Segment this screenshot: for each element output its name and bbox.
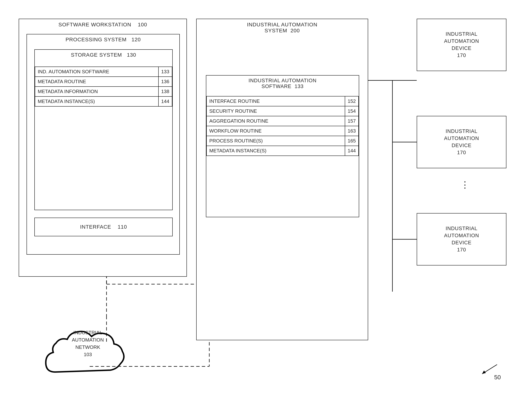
table-row: SECURITY ROUTINE154 [207, 106, 359, 116]
ias-software-box: INDUSTRIAL AUTOMATIONSOFTWARE 133 INTERF… [206, 75, 359, 217]
interface-label: INTERFACE 110 [79, 223, 128, 231]
network-cloud: INDUSTRIALAUTOMATIONNETWORK103 [41, 318, 134, 389]
software-workstation-box: SOFTWARE WORKSTATION 100 PROCESSING SYST… [19, 19, 187, 277]
device-box-1: INDUSTRIALAUTOMATIONDEVICE170 [417, 19, 507, 71]
ias-rows-table: INTERFACE ROUTINE152SECURITY ROUTINE154A… [206, 96, 359, 156]
storage-system-label: STORAGE SYSTEM 130 [35, 50, 172, 59]
ias-box: INDUSTRIAL AUTOMATIONSYSTEM 200 INDUSTRI… [196, 19, 368, 340]
table-row: METADATA INSTANCE(S)144 [35, 96, 172, 106]
device-box-2: INDUSTRIALAUTOMATIONDEVICE170 [417, 116, 507, 168]
device-label-3: INDUSTRIALAUTOMATIONDEVICE170 [443, 224, 480, 254]
processing-system-box: PROCESSING SYSTEM 120 STORAGE SYSTEM 130… [26, 34, 180, 255]
table-row: PROCESS ROUTINE(S)165 [207, 136, 359, 146]
interface-box: INTERFACE 110 [34, 218, 173, 236]
device-box-3: INDUSTRIALAUTOMATIONDEVICE170 [417, 213, 507, 265]
device-label-1: INDUSTRIALAUTOMATIONDEVICE170 [443, 30, 480, 60]
ias-label: INDUSTRIAL AUTOMATIONSYSTEM 200 [196, 19, 368, 35]
ellipsis-dots: ⋮ [456, 180, 475, 190]
table-row: AGGREGATION ROUTINE157 [207, 116, 359, 126]
storage-system-box: STORAGE SYSTEM 130 IND. AUTOMATION SOFTW… [34, 49, 173, 210]
table-row: METADATA INSTANCE(S)144 [207, 146, 359, 156]
network-label: INDUSTRIALAUTOMATIONNETWORK103 [41, 329, 134, 358]
table-row: INTERFACE ROUTINE152 [207, 96, 359, 106]
software-workstation-label: SOFTWARE WORKSTATION 100 [19, 20, 186, 29]
storage-rows-table: IND. AUTOMATION SOFTWARE133METADATA ROUT… [35, 67, 172, 107]
table-row: IND. AUTOMATION SOFTWARE133 [35, 67, 172, 77]
table-row: WORKFLOW ROUTINE163 [207, 126, 359, 136]
table-row: METADATA ROUTINE136 [35, 77, 172, 87]
ias-software-label: INDUSTRIAL AUTOMATIONSOFTWARE 133 [206, 76, 359, 90]
figure-number: 50 [478, 363, 501, 379]
device-label-2: INDUSTRIALAUTOMATIONDEVICE170 [443, 127, 480, 157]
processing-system-label: PROCESSING SYSTEM 120 [27, 34, 179, 44]
table-row: METADATA INFORMATION138 [35, 87, 172, 96]
